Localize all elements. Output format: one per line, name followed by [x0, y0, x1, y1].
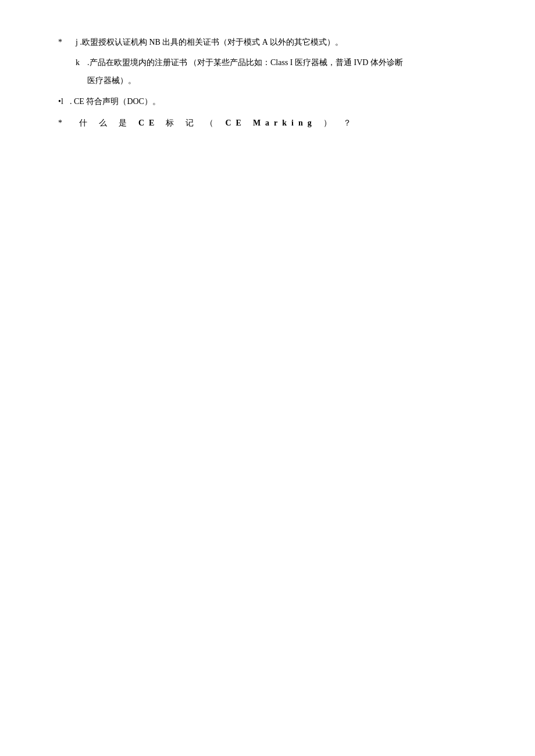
text-k-cont: 医疗器械）。 [87, 76, 136, 85]
text-l: . CE 符合声明（DOC）。 [70, 94, 160, 109]
bullet-last: * [58, 114, 76, 132]
char-10: ） [323, 114, 336, 132]
char-6: 记 [186, 114, 198, 132]
line-k-cont: 医疗器械）。 [58, 73, 488, 88]
letter-k: k [76, 55, 87, 70]
ce-2: CE [225, 114, 245, 132]
line-last: * 什 么 是 CE 标 记 （ CE Marking ） ？ [58, 114, 488, 132]
char-3: 是 [119, 114, 131, 132]
text-j: j .欧盟授权认证机构 NB 出具的相关证书（对于模式 A 以外的其它模式）。 [76, 35, 488, 49]
text-spaced-last: 什 么 是 CE 标 记 （ CE Marking ） ？ [76, 114, 488, 132]
char-2: 么 [99, 114, 112, 132]
line-j: * j .欧盟授权认证机构 NB 出具的相关证书（对于模式 A 以外的其它模式）… [58, 35, 488, 49]
ce-1: CE [138, 114, 159, 132]
line-k: k .产品在欧盟境内的注册证书 （对于某些产品比如：Class I 医疗器械，普… [58, 55, 488, 70]
char-1: 什 [79, 114, 92, 132]
char-5: 标 [166, 114, 179, 132]
bullet-j: * [58, 35, 76, 49]
content-block: * j .欧盟授权认证机构 NB 出具的相关证书（对于模式 A 以外的其它模式）… [58, 35, 488, 132]
text-k: .产品在欧盟境内的注册证书 （对于某些产品比如：Class I 医疗器械，普通 … [87, 55, 488, 70]
marking-text: Marking [253, 114, 316, 132]
bullet-l: •l [58, 94, 70, 109]
page-container: * j .欧盟授权认证机构 NB 出具的相关证书（对于模式 A 以外的其它模式）… [0, 0, 535, 756]
char-7: （ [205, 114, 218, 132]
char-11: ？ [343, 114, 356, 132]
line-l: •l . CE 符合声明（DOC）。 [58, 94, 488, 109]
